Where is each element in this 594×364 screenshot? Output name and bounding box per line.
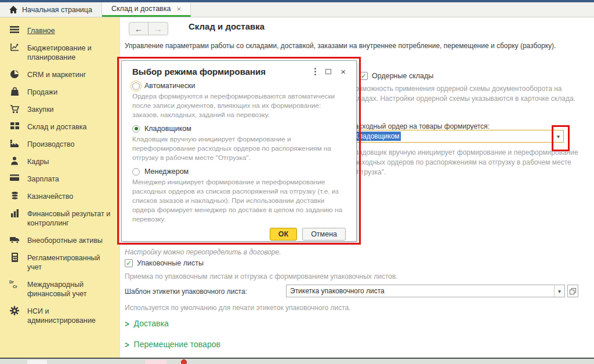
sidebar-item-crm[interactable]: CRM и маркетинг	[9, 70, 116, 79]
sidebar-item-label: Продажи	[27, 87, 57, 97]
shopping-cart-icon	[9, 104, 20, 114]
sidebar-item-label: Бюджетирование и планирование	[27, 43, 114, 62]
sidebar-item-proizvodstvo[interactable]: Производство	[9, 139, 116, 149]
menu-icon	[9, 26, 20, 35]
radio-label: Менеджером	[144, 168, 189, 176]
back-button[interactable]: ←	[129, 23, 148, 35]
checkbox-checked-icon: ✓	[125, 259, 133, 267]
sidebar-item-label: Кадры	[27, 156, 49, 166]
sidebar-item-label: Производство	[27, 139, 75, 149]
taskbar-item[interactable]	[145, 360, 166, 364]
sidebar-item-kaznacheystvo[interactable]: Казначейство	[9, 191, 116, 201]
tab-bar: Начальная страница Склад и доставка ×	[0, 2, 594, 17]
chevron-right-icon: >	[125, 339, 129, 349]
planning-chart-icon	[9, 43, 20, 52]
forward-button[interactable]: →	[148, 23, 168, 35]
close-icon[interactable]: ×	[341, 69, 346, 75]
drcr-icon: DrCr	[9, 279, 20, 289]
section-dostavka[interactable]: > Доставка	[125, 319, 169, 328]
cancel-button[interactable]: Отмена	[302, 228, 346, 241]
more-options-icon[interactable]	[314, 68, 316, 75]
person-icon	[9, 156, 20, 166]
label-template-label: Шаблон этикетки упаковочного листа:	[125, 287, 247, 296]
sidebar-item-budget[interactable]: Бюджетирование и планирование	[9, 43, 116, 62]
card-icon	[9, 174, 20, 183]
radio-storekeeper-description: Кладовщик вручную инициирует формировани…	[132, 134, 346, 162]
radio-automatically-description: Ордера формируются и переформировываются…	[132, 92, 346, 119]
taskbar	[0, 359, 594, 364]
chevron-right-icon: >	[125, 318, 129, 328]
history-nav: ← →	[129, 22, 168, 35]
checkbox-checked-icon: ✓	[360, 72, 368, 80]
open-link-button[interactable]	[567, 285, 578, 297]
sidebar-item-nsi[interactable]: НСИ и администрирование	[9, 306, 116, 325]
chevron-down-icon[interactable]: ▾	[553, 130, 563, 142]
radio-storekeeper[interactable]: Кладовщиком	[132, 125, 346, 133]
open-link-icon	[570, 288, 576, 294]
sidebar-item-label: Казначейство	[27, 191, 73, 201]
section-peremeschenie[interactable]: > Перемещение товаров	[125, 340, 220, 349]
home-icon	[9, 6, 17, 13]
mode-selection-dialog: Выбор режима формирования × Автоматическ…	[121, 60, 357, 242]
section-label: Доставка	[134, 319, 169, 328]
order-warehouses-label: Ордерные склады	[372, 72, 433, 80]
maximize-icon[interactable]	[325, 69, 331, 74]
tab-close-icon[interactable]: ×	[176, 5, 181, 13]
expense-order-combobox[interactable]: Кладовщиком ▾	[350, 130, 564, 143]
sidebar-item-sklad[interactable]: Склад и доставка	[9, 122, 116, 132]
label-template-input[interactable]: Этикетка упаковочного листа ▾	[286, 285, 565, 297]
tab-home[interactable]: Начальная страница	[0, 2, 102, 17]
sidebar-item-glavnoe[interactable]: Главное	[9, 26, 116, 35]
radio-label: Автоматически	[144, 82, 195, 90]
bar-chart-icon	[9, 209, 20, 218]
packing-lists-checkbox[interactable]: ✓ Упаковочные листы	[125, 259, 204, 267]
taskbar-item[interactable]	[27, 360, 47, 364]
gear-icon	[9, 306, 20, 315]
sidebar-item-label: Зарплата	[27, 174, 59, 184]
label-template-value: Этикетка упаковочного листа	[287, 285, 554, 297]
tab-label: Склад и доставка	[111, 5, 171, 13]
radio-icon	[132, 82, 140, 90]
expense-order-label: Расходный ордер на товары формируется:	[350, 122, 490, 130]
radio-automatically[interactable]: Автоматически	[132, 82, 346, 90]
sidebar-item-label: Закупки	[27, 104, 54, 114]
shopping-bag-icon	[9, 87, 20, 96]
expense-order-description: Кладовщик вручную инициирует формировани…	[350, 148, 589, 177]
section-label: Перемещение товаров	[134, 340, 220, 349]
sidebar: Главное Бюджетирование и планирование CR…	[0, 17, 120, 358]
tab-sklad-dostavka[interactable]: Склад и доставка ×	[102, 2, 191, 17]
sidebar-item-label: Международный финансовый учет	[27, 279, 114, 299]
sidebar-item-mfu[interactable]: DrCr Международный финансовый учет	[9, 279, 116, 299]
order-warehouses-checkbox[interactable]: ✓ Ордерные склады	[360, 72, 433, 80]
radio-selected-icon	[132, 125, 140, 133]
factory-icon	[9, 139, 20, 148]
svg-text:Dr: Dr	[9, 280, 14, 284]
record-indicator-icon	[181, 359, 187, 364]
sidebar-item-prodazhi[interactable]: Продажи	[9, 87, 116, 97]
sidebar-item-label: Внеоборотные активы	[27, 235, 103, 245]
sidebar-item-label: Склад и доставка	[27, 122, 86, 132]
sidebar-item-reglament[interactable]: Регламентированный учет	[9, 253, 116, 272]
pie-chart-icon	[9, 70, 20, 79]
radio-manager[interactable]: Менеджером	[132, 168, 346, 176]
truck-icon	[9, 235, 20, 245]
sidebar-item-zarplata[interactable]: Зарплата	[9, 174, 116, 184]
sidebar-item-finrezultat[interactable]: Финансовый результат и контроллинг	[9, 209, 116, 228]
sidebar-item-label: Главное	[27, 26, 55, 35]
tab-home-label: Начальная страница	[22, 6, 92, 14]
packing-lists-description: Приемка по упаковочным листам и отгрузка…	[125, 272, 398, 281]
expense-order-value: Кладовщиком	[353, 132, 401, 141]
svg-text:Cr: Cr	[13, 285, 17, 289]
chevron-down-icon[interactable]: ▾	[554, 285, 564, 297]
sidebar-item-label: CRM и маркетинг	[27, 70, 86, 79]
sidebar-item-vneoborotnye[interactable]: Внеоборотные активы	[9, 235, 116, 245]
ok-button[interactable]: ОК	[270, 228, 297, 241]
coins-icon	[9, 191, 20, 201]
sidebar-item-label: НСИ и администрирование	[27, 306, 114, 325]
calculator-icon	[9, 253, 20, 262]
sidebar-item-label: Финансовый результат и контроллинг	[27, 209, 114, 228]
dialog-title: Выбор режима формирования	[132, 67, 314, 77]
sidebar-item-kadry[interactable]: Кадры	[9, 156, 116, 166]
label-template-description: Используется по умолчанию для печати эти…	[125, 304, 351, 312]
sidebar-item-zakupki[interactable]: Закупки	[9, 104, 116, 114]
